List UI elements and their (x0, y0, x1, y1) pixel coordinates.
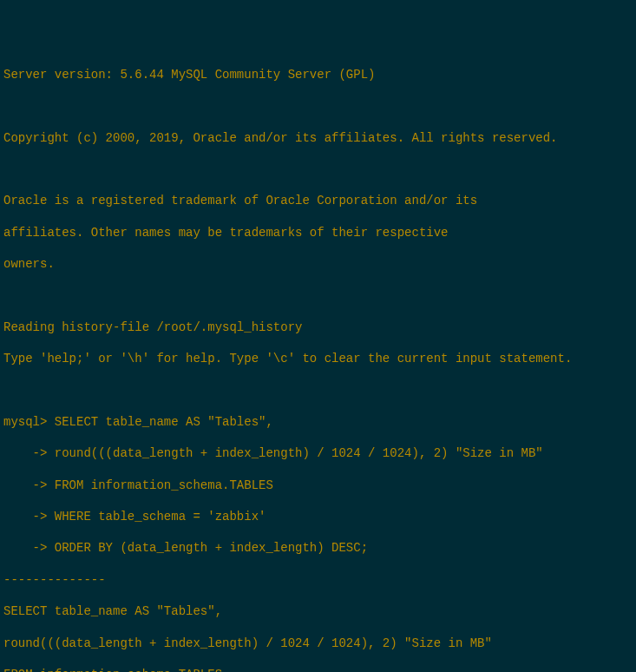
blank-line (3, 98, 633, 114)
version-line: Server version: 5.6.44 MySQL Community S… (3, 67, 633, 82)
trademark-line-3: owners. (3, 256, 633, 272)
trademark-line-1: Oracle is a registered trademark of Orac… (3, 193, 633, 208)
help-line: Type 'help;' or '\h' for help. Type '\c'… (3, 351, 633, 366)
query-input-line-4: -> WHERE table_schema = 'zabbix' (3, 509, 633, 524)
query-input-line-5: -> ORDER BY (data_length + index_length)… (3, 540, 633, 556)
blank-line (3, 161, 633, 177)
query-echo-line-1: SELECT table_name AS "Tables", (3, 603, 633, 619)
query-input-line-3: -> FROM information_schema.TABLES (3, 478, 633, 493)
query-echo-line-2: round(((data_length + index_length) / 10… (3, 636, 633, 651)
query-input-line-1: mysql> SELECT table_name AS "Tables", (3, 414, 633, 430)
query-input-line-2: -> round(((data_length + index_length) /… (3, 445, 633, 461)
separator-line: -------------- (3, 572, 633, 588)
blank-line (3, 383, 633, 399)
blank-line (3, 287, 633, 303)
copyright-line: Copyright (c) 2000, 2019, Oracle and/or … (3, 130, 633, 146)
history-line: Reading history-file /root/.mysql_histor… (3, 320, 633, 335)
trademark-line-2: affiliates. Other names may be trademark… (3, 225, 633, 240)
query-echo-line-3: FROM information_schema.TABLES (3, 667, 633, 672)
